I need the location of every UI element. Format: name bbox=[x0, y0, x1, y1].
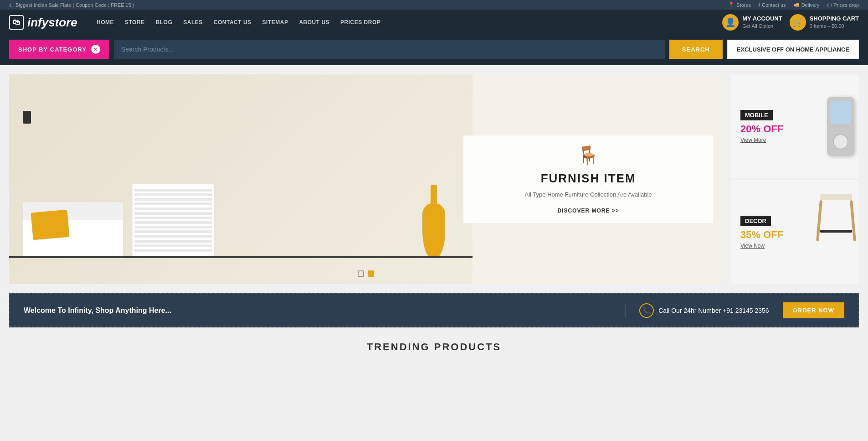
nav-sales[interactable]: SALES bbox=[178, 16, 208, 28]
promo-text: 🏷 Biggest Indian Sale Flate ( Coupon Cod… bbox=[9, 2, 134, 8]
top-bar-links: 📍 Stores ℹ Contact us 🚚 Delivery 🏷 Price… bbox=[728, 2, 859, 8]
cart-icon: 🛒 bbox=[790, 14, 806, 31]
prices-drop-link[interactable]: 🏷 Prices drop bbox=[827, 2, 859, 8]
hero-image bbox=[9, 74, 473, 284]
decor-banner-discount: 35% OFF bbox=[740, 229, 783, 241]
decor-banner-label: DECOR bbox=[740, 216, 771, 226]
slider-dot-1[interactable] bbox=[358, 270, 364, 277]
wall-plug bbox=[23, 111, 31, 124]
radiator bbox=[132, 184, 214, 257]
ipod-illustration bbox=[827, 97, 854, 156]
welcome-divider bbox=[625, 304, 626, 317]
chair-icon: 🪑 bbox=[473, 145, 704, 166]
mobile-view-more-link[interactable]: View More bbox=[740, 137, 783, 143]
stool-illustration bbox=[818, 194, 854, 258]
category-label: SHOP BY CATEGORY bbox=[18, 46, 87, 53]
exclusive-banner: EXCLUSIVE OFF ON HOME APPLIANCE bbox=[727, 40, 859, 59]
hero-title: FURNISH ITEM bbox=[473, 171, 704, 186]
slider-dots bbox=[358, 270, 374, 277]
my-account-button[interactable]: 👤 MY ACCOUNT Get All Option bbox=[722, 14, 782, 31]
promo-label: 🏷 Biggest Indian Sale Flate ( Coupon Cod… bbox=[9, 2, 134, 8]
slider-dot-2[interactable] bbox=[368, 270, 374, 277]
cart-title: SHOPPING CART bbox=[810, 15, 859, 23]
contact-link[interactable]: ℹ Contact us bbox=[758, 2, 786, 8]
search-button[interactable]: SEARCH bbox=[669, 40, 723, 59]
account-icon: 👤 bbox=[722, 14, 739, 31]
info-icon: ℹ bbox=[758, 2, 760, 8]
location-icon: 📍 bbox=[728, 2, 734, 8]
nav-contact[interactable]: CONTACT US bbox=[208, 16, 257, 28]
search-input-wrap bbox=[114, 40, 665, 59]
nav-prices-drop[interactable]: PRICES DROP bbox=[335, 16, 386, 28]
side-banners: MOBILE 20% OFF View More DECOR 35% OFF V… bbox=[731, 74, 859, 284]
hero-subtitle: All Type Home Furniture Collection Are A… bbox=[473, 190, 704, 199]
sofa bbox=[23, 197, 123, 257]
logo-icon: 🛍 bbox=[9, 15, 24, 30]
nav-blog[interactable]: BLOG bbox=[150, 16, 178, 28]
stores-link[interactable]: 📍 Stores bbox=[728, 2, 751, 8]
account-title: MY ACCOUNT bbox=[742, 15, 782, 23]
search-input[interactable] bbox=[114, 40, 665, 59]
nav-sitemap[interactable]: SITEMAP bbox=[257, 16, 294, 28]
logo[interactable]: 🛍 infystore bbox=[9, 15, 82, 30]
category-button[interactable]: SHOP BY CATEGORY ✕ bbox=[9, 40, 109, 59]
account-subtitle: Get All Option bbox=[742, 23, 782, 29]
hero-slider: 🪑 FURNISH ITEM All Type Home Furniture C… bbox=[9, 74, 722, 284]
welcome-text: Welcome To Infinity, Shop Anything Here.… bbox=[24, 306, 611, 315]
mobile-banner: MOBILE 20% OFF View More bbox=[731, 74, 859, 178]
call-number: Call Our 24hr Number +91 23145 2356 bbox=[658, 307, 769, 314]
trending-section: TRENDING PRODUCTS bbox=[0, 327, 868, 358]
cart-text: SHOPPING CART 0 Items – $0.00 bbox=[810, 15, 859, 29]
shopping-cart-button[interactable]: 🛒 SHOPPING CART 0 Items – $0.00 bbox=[790, 14, 859, 31]
main-nav: HOME STORE BLOG SALES CONTACT US SITEMAP… bbox=[91, 16, 713, 28]
delivery-icon: 🚚 bbox=[793, 2, 800, 8]
trending-title: TRENDING PRODUCTS bbox=[9, 341, 859, 353]
nav-store[interactable]: STORE bbox=[119, 16, 150, 28]
account-text: MY ACCOUNT Get All Option bbox=[742, 15, 782, 29]
tag-icon: 🏷 bbox=[827, 2, 832, 8]
header-right: 👤 MY ACCOUNT Get All Option 🛒 SHOPPING C… bbox=[722, 14, 859, 31]
logo-text: infystore bbox=[27, 16, 77, 30]
sofa-cushion bbox=[31, 210, 70, 240]
search-bar: SHOP BY CATEGORY ✕ SEARCH EXCLUSIVE OFF … bbox=[0, 35, 868, 65]
phone-icon: 📞 bbox=[639, 303, 654, 318]
top-bar: 🏷 Biggest Indian Sale Flate ( Coupon Cod… bbox=[0, 0, 868, 10]
decor-view-now-link[interactable]: View Now bbox=[740, 243, 783, 249]
vase bbox=[422, 185, 445, 258]
hero-cta[interactable]: DISCOVER MORE >> bbox=[557, 208, 619, 214]
nav-about[interactable]: ABOUT US bbox=[293, 16, 335, 28]
main-content: 🪑 FURNISH ITEM All Type Home Furniture C… bbox=[0, 65, 868, 293]
cart-subtitle: 0 Items – $0.00 bbox=[810, 23, 859, 29]
call-info: 📞 Call Our 24hr Number +91 23145 2356 bbox=[639, 303, 769, 318]
category-arrow-icon: ✕ bbox=[91, 45, 100, 54]
order-now-button[interactable]: ORDER NOW bbox=[783, 302, 844, 318]
mobile-banner-label: MOBILE bbox=[740, 110, 773, 120]
delivery-link[interactable]: 🚚 Delivery bbox=[793, 2, 820, 8]
welcome-bar: Welcome To Infinity, Shop Anything Here.… bbox=[9, 293, 859, 327]
hero-text-area: 🪑 FURNISH ITEM All Type Home Furniture C… bbox=[463, 135, 713, 223]
nav-home[interactable]: HOME bbox=[91, 16, 119, 28]
floor-line bbox=[9, 256, 473, 258]
decor-banner: DECOR 35% OFF View Now bbox=[731, 180, 859, 284]
header: 🛍 infystore HOME STORE BLOG SALES CONTAC… bbox=[0, 10, 868, 35]
mobile-banner-discount: 20% OFF bbox=[740, 123, 783, 135]
